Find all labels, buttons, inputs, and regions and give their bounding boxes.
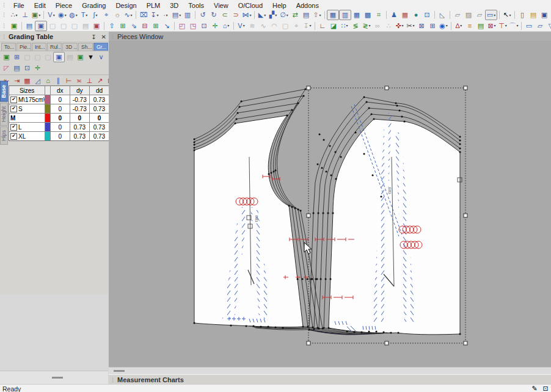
plot-tool-icon[interactable]: ▤	[301, 10, 312, 20]
piece-remove-icon[interactable]: ⊟	[139, 21, 150, 31]
panel-tab-gr[interactable]: Gr...	[93, 43, 108, 51]
menu-grading[interactable]: Grading	[77, 1, 111, 10]
drill-point-tool-icon[interactable]: ⌖	[101, 10, 112, 20]
size-dd-value[interactable]: 0.73	[90, 104, 109, 113]
fabric-x-tool-dropdown[interactable]: ▾	[494, 24, 496, 27]
seam-tool-icon[interactable]: ≡	[464, 21, 475, 31]
edit-status-icon-icon[interactable]: ✎	[529, 384, 540, 392]
menu-tools[interactable]: Tools	[183, 1, 209, 10]
size-dx-value[interactable]: 0	[51, 123, 70, 131]
pin-tool-dropdown[interactable]: ▾	[157, 13, 159, 17]
image-alt-icon[interactable]: ▣	[91, 21, 102, 31]
axis-tab-height[interactable]: Height	[0, 103, 8, 126]
pattern-canvas[interactable]: B03	[109, 41, 551, 367]
home-tool-icon[interactable]: ⌂▾	[221, 21, 232, 31]
delete-tool-icon[interactable]: ⌧	[138, 10, 149, 20]
t-square-tool-icon[interactable]: ⊤▾	[497, 21, 508, 31]
size-checkbox[interactable]: ✔	[10, 124, 17, 131]
size-checkbox[interactable]: ✔	[10, 133, 17, 140]
menu-design[interactable]: Design	[111, 1, 141, 10]
rotate-ccw-tool-icon[interactable]: ↺	[197, 10, 208, 20]
size-dd-value[interactable]: 0.73	[90, 132, 109, 140]
corner-add-icon[interactable]: ◸	[1, 64, 12, 73]
tree-add-icon[interactable]: ✛	[32, 64, 43, 73]
menu-edit[interactable]: Edit	[29, 1, 51, 10]
perpendicular-tool-icon[interactable]: ⊥	[20, 10, 31, 20]
paper-copy-2-icon[interactable]: ▨	[463, 10, 474, 20]
sync-tool-icon[interactable]: ◉▾	[438, 21, 449, 31]
new-file-icon[interactable]: ▯	[517, 10, 528, 20]
copy-piece-tool-icon[interactable]: ⊠	[416, 21, 427, 31]
view-grid-2-icon[interactable]: ▥	[339, 10, 351, 20]
piece-add-2-icon[interactable]: ⊞	[150, 21, 161, 31]
curve-tool-dropdown[interactable]: ▾	[131, 13, 133, 17]
image-insert-tool-icon[interactable]: ▣▾	[31, 10, 42, 20]
flip-tool-b-icon[interactable]: ≷▾	[361, 21, 372, 31]
grade-corner-icon[interactable]: ◿	[32, 76, 43, 85]
dart-v-tool-dropdown[interactable]: ▾	[243, 24, 245, 27]
measure-ruler-tool-icon[interactable]: ◺	[437, 10, 448, 20]
size-row-L[interactable]: ✔L00.730.73	[9, 123, 109, 132]
circle-tool-icon[interactable]: ◉▾	[57, 10, 68, 20]
cut-tool-dropdown[interactable]: ▾	[413, 24, 415, 27]
mini-window-icon[interactable]: ⊡	[22, 64, 32, 73]
rotate-cw-tool-icon[interactable]: ↻	[208, 10, 219, 20]
grade-align-icon[interactable]: ∥	[53, 76, 64, 85]
size-dy-value[interactable]: 0	[70, 114, 90, 122]
dart-v-tool-icon[interactable]: V▾	[236, 21, 247, 31]
node-tool-icon[interactable]: ∙▾	[160, 10, 171, 20]
piece-send-icon[interactable]: ⇘	[128, 21, 139, 31]
balance-tool-icon[interactable]: ∅▾	[279, 10, 290, 20]
monitor-view-tool-icon[interactable]: ⊡	[421, 10, 432, 20]
dart-tool-icon[interactable]: V▾	[46, 10, 57, 20]
calculator-tool-icon[interactable]: ⌗	[373, 10, 384, 20]
add-piece-icon[interactable]: ▣	[1, 53, 12, 62]
menu-view[interactable]: View	[209, 1, 233, 10]
select-cursor-tool-icon[interactable]: ↖▾	[502, 10, 513, 20]
view-grid-4-icon[interactable]: ▩	[362, 10, 373, 20]
view-grid-3-icon[interactable]: ▦	[351, 10, 362, 20]
menu-file[interactable]: File	[9, 1, 29, 10]
t-square-tool-dropdown[interactable]: ▾	[505, 24, 507, 27]
save-file-icon[interactable]: ▣	[539, 10, 550, 20]
measure-points-tool-icon[interactable]: ∷▾	[339, 21, 350, 31]
grade-point-move-tool-dropdown[interactable]: ▾	[15, 13, 17, 17]
3d-view-tool-icon[interactable]: ●	[411, 10, 421, 20]
menu-addons[interactable]: Addons	[291, 1, 324, 10]
idea-tool-icon[interactable]: ☼	[112, 10, 123, 20]
close-icon[interactable]: ✕	[99, 34, 109, 40]
paste-piece-tool-icon[interactable]: ⊞	[427, 21, 438, 31]
panel-tab-int[interactable]: Int...	[32, 43, 46, 51]
piece-send-2-icon[interactable]: ↘	[161, 21, 172, 31]
collapse-v-icon[interactable]: ∨	[96, 53, 106, 62]
walk-pieces-tool-icon[interactable]: ⇄	[290, 10, 301, 20]
grade-perp-icon[interactable]: ⊥	[84, 76, 95, 85]
text-tool-dropdown[interactable]: ▾	[86, 13, 87, 17]
size-dx-value[interactable]: 0	[51, 95, 70, 104]
grade-even-icon[interactable]: ≍	[74, 76, 84, 85]
size-dd-value[interactable]: 0	[90, 114, 109, 122]
size-dy-value[interactable]: 0.73	[70, 132, 90, 140]
add-piece-2-icon[interactable]: ▣	[75, 53, 86, 62]
grade-bracket-icon[interactable]: ⊢	[64, 76, 74, 85]
print-preview-icon[interactable]: ▤	[24, 21, 35, 31]
shrink-tool-icon[interactable]: ▥	[182, 10, 193, 20]
stitch-tool-dropdown[interactable]: ▾	[96, 13, 98, 17]
panel-tab-3d[interactable]: 3D ...	[62, 43, 78, 51]
grade-home-icon[interactable]: ⌂	[43, 76, 53, 85]
measure-points-tool-dropdown[interactable]: ▾	[346, 24, 348, 27]
size-dy-value[interactable]: -0.73	[70, 104, 90, 113]
image-view-icon[interactable]: ▣	[35, 21, 47, 31]
select-cursor-tool-dropdown[interactable]: ▾	[509, 13, 511, 17]
node-tool-dropdown[interactable]: ▾	[166, 13, 168, 17]
fabric-tool-icon[interactable]: ▤	[475, 21, 486, 31]
balance-tool-dropdown[interactable]: ▾	[286, 13, 288, 17]
mirror-tool-icon[interactable]: ⋈▾	[241, 10, 252, 20]
menu-plm[interactable]: PLM	[142, 1, 166, 10]
text-tool-icon[interactable]: T▾	[79, 10, 90, 20]
split-piece-tool-dropdown[interactable]: ▾	[275, 13, 277, 17]
export-piece-tool-icon[interactable]: ⇧▾	[312, 10, 323, 20]
axis-tab-base[interactable]: Base	[0, 81, 8, 102]
size-row-XL[interactable]: ✔XL00.730.73	[9, 132, 109, 140]
node-add-tool-dropdown[interactable]: ▾	[402, 24, 404, 27]
